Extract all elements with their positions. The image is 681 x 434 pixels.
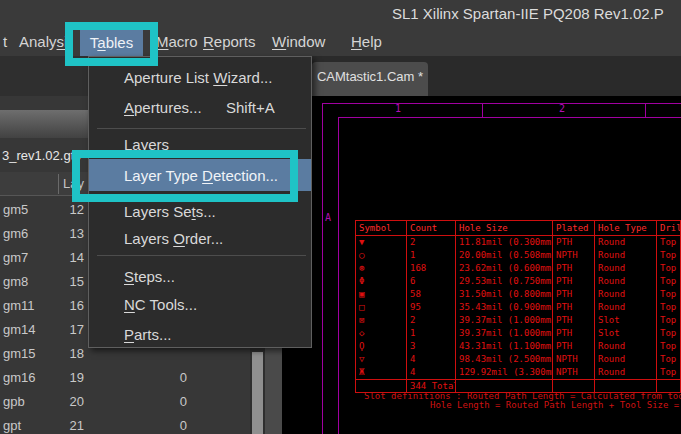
drill-cell: Round	[595, 249, 657, 262]
drill-symbol: ○	[356, 249, 407, 262]
document-tab-camtastic[interactable]: CAMtastic1.Cam *	[312, 62, 428, 96]
cam-canvas[interactable]: 1 2 A SymbolCountHole SizePlatedHole Typ…	[282, 96, 681, 434]
drill-cell: Plated	[553, 221, 595, 235]
drill-cell: Top L	[657, 301, 681, 314]
layer-row[interactable]: gpt210	[0, 415, 250, 434]
drill-cell: Round	[595, 340, 657, 353]
drill-table-row: ▣5831.50mil (0.800mm)PTHRoundTop L	[356, 288, 680, 301]
layer-row[interactable]: gpb200	[0, 391, 250, 415]
drill-cell: 11.81mil (0.300mm)	[456, 236, 553, 249]
drill-cell: PTH	[553, 327, 595, 340]
menu-item-steps[interactable]: Steps...	[124, 268, 175, 285]
layer-name: gm7	[3, 250, 28, 265]
drill-cell: 2	[407, 314, 456, 327]
layer-name: gpt	[3, 418, 21, 433]
drill-cell: Top L	[657, 366, 681, 379]
drill-symbol: Ж	[356, 366, 407, 379]
menubar-item-cut[interactable]: t	[3, 33, 7, 50]
drill-table-row: ▽498.43mil (2.500mm)NPTHRoundTop L	[356, 353, 680, 366]
drill-cell: 43.31mil (1.100mm)	[456, 340, 553, 353]
drill-symbol: Φ	[356, 275, 407, 288]
layer-name: gm15	[3, 346, 36, 361]
drill-cell: 1	[407, 327, 456, 340]
drill-symbol: ◇	[356, 327, 407, 340]
drill-cell: 4	[407, 366, 456, 379]
drill-table: SymbolCountHole SizePlatedHole TypeDril▼…	[355, 220, 681, 393]
menu-item-layers-sets[interactable]: Layers Sets...	[124, 203, 216, 220]
drawing-frame-left	[338, 117, 339, 434]
menubar-item-macro[interactable]: Macro	[156, 33, 198, 50]
menubar-item-window[interactable]: Window	[272, 33, 325, 50]
scrollbar-thumb[interactable]	[252, 352, 263, 434]
drill-symbol: ⊠	[356, 314, 407, 327]
drill-cell: PTH	[553, 236, 595, 249]
drill-cell: Top L	[657, 327, 681, 340]
layer-row[interactable]: gm16190	[0, 367, 250, 391]
drill-cell: Top L	[657, 353, 681, 366]
layer-count: 0	[147, 394, 187, 409]
drill-cell: 31.50mil (0.800mm)	[456, 288, 553, 301]
menu-item-parts[interactable]: Parts...	[124, 326, 172, 343]
layer-name: gm6	[3, 226, 28, 241]
drill-cell: 58	[407, 288, 456, 301]
column-divider	[58, 174, 59, 194]
drill-cell: 23.62mil (0.600mm)	[456, 262, 553, 275]
drill-table-row: ▼211.81mil (0.300mm)PTHRoundTop L	[356, 236, 680, 249]
drill-table-row: ◇139.37mil (1.000mm)PTHSlotTop L	[356, 327, 680, 340]
drill-cell: Top L	[657, 340, 681, 353]
drill-cell: 20.00mil (0.508mm)	[456, 249, 553, 262]
layer-number: 18	[44, 346, 84, 361]
layer-name: gpb	[3, 394, 25, 409]
drill-cell: 95	[407, 301, 456, 314]
drill-cell: 129.92mil (3.300mm)	[456, 366, 553, 379]
drill-cell: 168	[407, 262, 456, 275]
menu-item-layers-order[interactable]: Layers Order...	[124, 230, 223, 247]
drill-cell: Top L	[657, 288, 681, 301]
layer-number: 21	[44, 418, 84, 433]
gerber-file-label[interactable]: 3_rev1.02.gts	[2, 148, 81, 163]
ruler-label-1: 1	[395, 104, 401, 114]
layer-number: 19	[44, 370, 84, 385]
drill-cell: Round	[595, 353, 657, 366]
menubar-item-analysis[interactable]: Analysi	[19, 33, 67, 50]
drill-symbol: ▼	[356, 236, 407, 249]
drill-cell: 3	[407, 340, 456, 353]
layer-name: gm11	[3, 298, 35, 313]
drill-cell: 98.43mil (2.500mm)	[456, 353, 553, 366]
drill-table-row: Φ629.53mil (0.750mm)PTHRoundTop L	[356, 275, 680, 288]
drill-cell: PTH	[553, 275, 595, 288]
drill-cell: Top L	[657, 262, 681, 275]
layer-number: 17	[44, 322, 84, 337]
drill-cell: Slot	[595, 327, 657, 340]
drill-cell: Count	[407, 221, 456, 235]
ruler-label-a: A	[325, 213, 331, 223]
layer-number: 20	[44, 394, 84, 409]
drill-cell: Top L	[657, 275, 681, 288]
drill-table-row: ⊛16823.62mil (0.600mm)PTHRoundTop L	[356, 262, 680, 275]
document-tab-bar: CAMtastic1.Cam *	[250, 56, 681, 96]
layer-number: 13	[44, 226, 84, 241]
drill-cell: 39.37mil (1.000mm)	[456, 314, 553, 327]
drill-cell: Round	[595, 275, 657, 288]
drill-table-row: Ϙ343.31mil (1.100mm)PTHRoundTop L	[356, 340, 680, 353]
drill-cell: Top L	[657, 236, 681, 249]
drill-table-row: Ж4129.92mil (3.300mm)NPTHRoundTop L	[356, 366, 680, 379]
drill-cell: Round	[595, 288, 657, 301]
drill-cell: NPTH	[553, 366, 595, 379]
drill-cell: PTH	[553, 340, 595, 353]
menu-item-apertures[interactable]: Apertures...	[124, 99, 202, 116]
ruler-horizontal-line	[322, 103, 681, 104]
layer-number: 16	[44, 298, 84, 313]
drill-cell: Dril	[657, 221, 681, 235]
drawing-frame-top	[338, 117, 681, 118]
menubar-item-reports[interactable]: Reports	[203, 33, 256, 50]
menubar-item-help[interactable]: Help	[351, 33, 382, 50]
drill-cell: PTH	[553, 314, 595, 327]
menu-item-nc-tools[interactable]: NC Tools...	[124, 296, 197, 313]
menu-item-aperture-list-wizard[interactable]: Aperture List Wizard...	[124, 69, 272, 86]
annotation-box-tables	[65, 22, 158, 66]
drill-cell: PTH	[553, 301, 595, 314]
drill-cell: 29.53mil (0.750mm)	[456, 275, 553, 288]
layer-count: 0	[147, 370, 187, 385]
menu-shortcut-shift-a: Shift+A	[226, 99, 275, 116]
